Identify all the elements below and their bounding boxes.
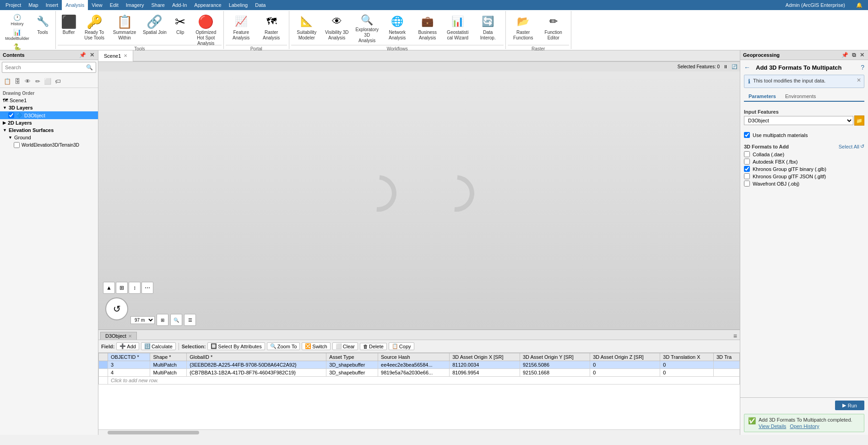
back-btn[interactable]: ← [744,64,750,71]
collada-checkbox[interactable] [744,151,750,157]
switch-btn[interactable]: 🔀 Switch [302,342,330,350]
tools-btn[interactable]: 🔧 Tools [33,13,53,44]
origin-z-col-header[interactable]: 3D Asset Origin Z [SR] [590,353,660,361]
geo-panel-pin-btn[interactable]: 📌 [841,52,849,58]
history-btn[interactable]: 🕐 History [3,13,32,27]
refresh-btn[interactable]: 🔄 [732,64,737,69]
menu-edit[interactable]: Edit [106,0,122,10]
more-tools-btn[interactable]: ⋯ [141,282,153,294]
zoom-to-btn[interactable]: 🔍 Zoom To [267,342,300,350]
compass-widget[interactable]: ↺ [105,297,128,320]
contents-search-box[interactable]: 🔍 [2,62,96,73]
scene-view[interactable]: ▲ ⊞ ↕ ⋯ ↺ 97 m ⊞ 🔍 ☰ [98,61,740,330]
geo-panel-close-btn[interactable]: ✕ [859,52,865,58]
origin-x-col-header[interactable]: 3D Asset Origin X [SR] [450,353,520,361]
visibility-3d-btn[interactable]: 👁 Visibility 3D Analysis [322,13,352,44]
clip-btn[interactable]: ✂ Clip [170,13,190,44]
business-analysis-btn[interactable]: 💼 Business Analysis [413,13,442,44]
contents-labeling-btn[interactable]: 🏷 [53,77,62,86]
tree-world-elevation[interactable]: WorldElevation3D/Terrain3D [0,141,98,149]
contents-search-input[interactable] [5,65,86,70]
clear-btn[interactable]: ⬜ Clear [332,342,358,350]
geo-help-icon[interactable]: ? [861,64,864,71]
tree-ground[interactable]: ▼ Ground [0,134,98,141]
select-by-attributes-btn[interactable]: 🔲 Select By Attributes [207,342,265,350]
format-collada[interactable]: Collada (.dae) [744,151,864,157]
add-field-btn[interactable]: ➕ Add [116,342,139,350]
table-row[interactable]: 3 MultiPatch {3EEBD82B-A225-44FB-9708-50… [99,361,740,369]
menu-map[interactable]: Map [25,0,42,10]
tree-scene1[interactable]: 🗺 Scene1 [0,97,98,104]
tilt-btn[interactable]: ↕ [129,282,141,294]
fbx-checkbox[interactable] [744,159,750,165]
copy-btn[interactable]: 📋 Copy [389,342,414,350]
tree-d3object[interactable]: 🔷 D3Object [0,111,98,119]
world-elevation-checkbox[interactable] [14,142,20,148]
gltf-json-checkbox[interactable] [744,173,750,179]
d3object-visibility-checkbox[interactable] [8,112,14,118]
menu-view[interactable]: View [88,0,106,10]
scale-dropdown[interactable]: 97 m [130,316,155,324]
snap-to-grid-btn[interactable]: ⊞ [157,314,168,326]
globalid-col-header[interactable]: GlobalID * [187,353,326,361]
contents-pin-btn[interactable]: 📌 [78,52,87,58]
data-interop-btn[interactable]: 🔄 Data Interop. [473,13,503,44]
raster-functions-btn[interactable]: 📂 Raster Functions [509,13,538,44]
objectid-col-header[interactable]: OBJECTID * [108,353,150,361]
attribute-table[interactable]: OBJECTID * Shape * GlobalID * Asset Type… [98,353,740,429]
geo-panel-undock-btn[interactable]: ⧉ [851,52,857,58]
run-btn[interactable]: ▶ Run [835,401,864,410]
attr-table-options-btn[interactable]: ≡ [733,332,740,340]
source-hash-col-header[interactable]: Source Hash [378,353,450,361]
attr-tab-close[interactable]: ✕ [128,334,132,339]
use-multipatch-row[interactable]: Use multipatch materials [744,132,864,138]
ready-to-use-btn[interactable]: 🔑 Ready To Use Tools [80,13,109,44]
input-features-dropdown[interactable]: D3Object [744,116,853,125]
contents-list-by-visibility-btn[interactable]: 👁 [23,77,32,86]
add-row[interactable]: Click to add new row. [99,377,740,385]
menu-addin[interactable]: Add-In [168,0,190,10]
table-row[interactable]: 4 MultiPatch {CB7BBA13-1B2A-417D-8F76-46… [99,369,740,377]
view-details-link[interactable]: View Details [759,423,786,429]
delete-btn[interactable]: 🗑 Delete [360,343,387,350]
info-close-btn[interactable]: ✕ [857,77,861,83]
asset-type-col-header[interactable]: Asset Type [326,353,378,361]
attr-table-hscrollbar[interactable] [98,429,740,435]
menu-imagery[interactable]: Imagery [122,0,148,10]
calculate-btn[interactable]: 🔢 Calculate [141,342,176,350]
suitability-modeler-btn[interactable]: 📐 Suitability Modeler [292,13,321,44]
menu-project[interactable]: Project [2,0,25,10]
table-view-btn[interactable]: ☰ [184,314,196,326]
menu-share[interactable]: Share [148,0,168,10]
shape-col-header[interactable]: Shape * [150,353,187,361]
zoom-in-btn[interactable]: ▲ [103,282,115,294]
format-obj[interactable]: Wavefront OBJ (.obj) [744,181,864,187]
open-history-link[interactable]: Open History [790,423,819,429]
format-gltf-binary[interactable]: Khronos Group glTF binary (.glb) [744,166,864,172]
format-gltf-json[interactable]: Khronos Group glTF JSON (.gltf) [744,173,864,179]
use-multipatch-checkbox[interactable] [744,132,750,138]
contents-edit-btn[interactable]: ✏ [33,77,42,86]
contents-close-btn[interactable]: ✕ [89,52,95,58]
buffer-btn[interactable]: ⬛ Buffer [59,13,79,44]
menu-insert[interactable]: Insert [42,0,62,10]
menu-appearance[interactable]: Appearance [190,0,225,10]
pause-btn[interactable]: ⏸ [723,64,728,69]
network-analysis-btn[interactable]: 🌐 Network Analysis [383,13,412,44]
contents-selection-btn[interactable]: ⬜ [43,77,52,86]
scene1-tab-close[interactable]: ✕ [124,53,127,58]
input-features-browse-btn[interactable]: 📁 [854,115,864,126]
format-fbx[interactable]: Autodesk FBX (.fbx) [744,159,864,165]
trans-col-header[interactable]: 3D Tra [714,353,740,361]
contents-list-by-source-btn[interactable]: 🗄 [13,77,22,86]
parameters-tab[interactable]: Parameters [744,92,781,102]
scene1-tab[interactable]: Scene1 ✕ [98,50,133,61]
optimized-hot-spot-btn[interactable]: 🔴 Optimized Hot Spot Analysis [191,13,221,44]
zoom-extent-btn[interactable]: ⊞ [116,282,128,294]
tree-2d-layers[interactable]: ▶ 2D Layers [0,119,98,126]
exploratory-3d-btn[interactable]: 🔍 Exploratory 3D Analysis [353,13,382,44]
sort-indicator-col[interactable] [99,353,108,361]
gltf-binary-checkbox[interactable] [744,166,750,172]
summarize-within-btn[interactable]: 📋 Summarize Within [110,13,139,44]
feature-analysis-btn[interactable]: 📈 Feature Analysis [227,13,256,44]
